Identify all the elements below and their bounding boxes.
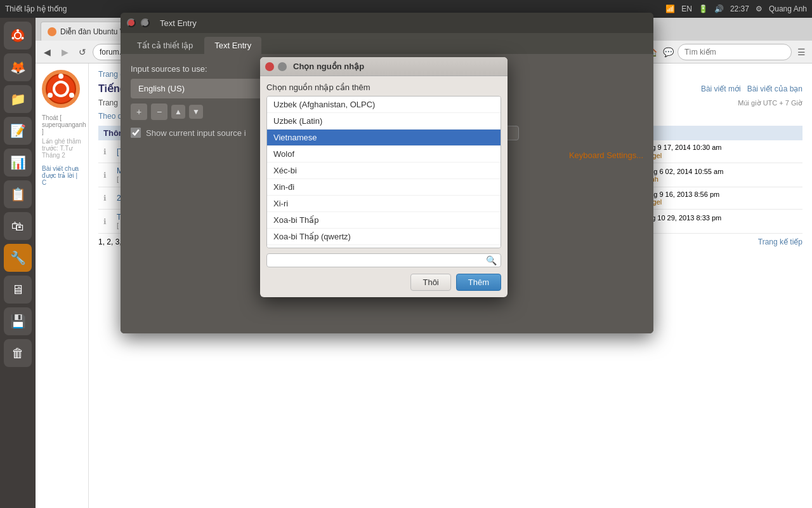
svg-point-4	[12, 37, 15, 39]
list-item[interactable]: Xoa-bi Thấp (qwertz)	[267, 229, 501, 245]
post-icon: ℹ	[103, 171, 107, 180]
post-icon: ℹ	[103, 194, 107, 203]
sidebar-item-calc[interactable]: 📊	[4, 149, 32, 177]
list-item[interactable]: Uzbek (Latin)	[267, 113, 501, 130]
cancel-button[interactable]: Thôi	[410, 274, 450, 291]
wifi-icon: 📶	[665, 4, 675, 13]
list-item[interactable]: Xi-ri	[267, 196, 501, 212]
svg-point-8	[69, 93, 74, 98]
list-item[interactable]: Xoa-bi Thấp	[267, 212, 501, 229]
chat-icon[interactable]: 💬	[661, 45, 675, 59]
sidebar-item-firefox[interactable]: 🦊	[4, 53, 32, 81]
remove-source-button[interactable]: −	[151, 104, 167, 120]
time-display: 22:37	[730, 4, 749, 13]
svg-point-9	[48, 93, 53, 98]
keyboard-settings-link[interactable]: Keyboard Settings...	[569, 150, 643, 160]
sidebar-item-settings[interactable]: 🔧	[4, 244, 32, 272]
sidebar-item-disk[interactable]: 💾	[4, 307, 32, 335]
list-item[interactable]: Ya-khú-th	[267, 245, 501, 248]
user-display: Quang Anh	[769, 4, 807, 13]
choose-dialog-body: Chọn nguồn nhập cần thêm Uzbek (Afghanis…	[260, 76, 508, 297]
new-post-btn[interactable]: Bài viết mới	[701, 84, 741, 93]
forum-logo	[42, 70, 80, 108]
move-down-button[interactable]: ▼	[189, 105, 203, 119]
tab-all-settings[interactable]: Tất cả thiết lập	[127, 37, 203, 54]
tab-text-entry[interactable]: Text Entry	[204, 37, 261, 54]
svg-point-2	[16, 29, 19, 32]
sys-dialog-titlebar: Text Entry	[121, 13, 653, 33]
taskbar-title: Thiết lập hệ thống	[5, 4, 67, 13]
move-up-button[interactable]: ▲	[171, 105, 185, 119]
list-item[interactable]: Xin-đi	[267, 179, 501, 196]
settings-icon[interactable]: ⚙	[756, 4, 763, 13]
list-item[interactable]: Xéc-bi	[267, 163, 501, 179]
forum-sidebar: Thoát [ superquanganh ] Lần ghé thăm trư…	[36, 64, 89, 508]
svg-point-3	[22, 37, 24, 39]
sidebar-item-text[interactable]: 📝	[4, 117, 32, 145]
search-icon: 🔍	[486, 255, 497, 265]
choose-min-button[interactable]	[278, 62, 287, 71]
sys-dialog-title: Text Entry	[160, 18, 197, 28]
keyboard-icon: EN	[681, 4, 692, 13]
choose-footer: Thôi Thêm	[266, 274, 501, 291]
search-bar[interactable]	[678, 44, 792, 60]
sidebar-item-terminal[interactable]: 🖥	[4, 276, 32, 304]
reload-button[interactable]: ↺	[75, 44, 90, 60]
sys-close-button[interactable]	[127, 18, 136, 27]
sidebar-item-ubuntu[interactable]	[4, 22, 32, 50]
battery-icon: 🔋	[698, 4, 708, 13]
list-item[interactable]: Uzbek (Afghanistan, OLPC)	[267, 97, 501, 113]
choose-dialog-title: Chọn nguồn nhập	[293, 62, 364, 71]
search-row: 🔍	[266, 253, 501, 267]
sidebar-item-impress[interactable]: 📋	[4, 180, 32, 208]
volume-icon: 🔊	[714, 4, 724, 13]
choose-close-button[interactable]	[265, 62, 274, 71]
post-icon: ℹ	[103, 147, 107, 156]
forward-button[interactable]: ▶	[57, 44, 72, 60]
choose-subtitle: Chọn nguồn nhập cần thêm	[266, 83, 501, 92]
sys-dialog-tabs-bar: Tất cả thiết lập Text Entry	[121, 33, 653, 54]
list-item[interactable]: Vietnamese	[267, 130, 501, 146]
sidebar: 🦊 📁 📝 📊 📋 🛍 🔧 🖥 💾 🗑	[0, 18, 36, 508]
tab-1-favicon	[48, 27, 56, 36]
menu-icon[interactable]: ☰	[794, 45, 808, 59]
choose-search-input[interactable]	[271, 256, 486, 265]
taskbar-right: 📶 EN 🔋 🔊 22:37 ⚙ Quang Anh	[665, 4, 807, 13]
logout-link[interactable]: Thoát [ superquanganh ]	[42, 114, 82, 135]
sidebar-action-1[interactable]: Bài viết chưa được trả lời | C	[42, 165, 82, 186]
user-stats: Lần ghé thăm trước: T.Tư Tháng 2	[42, 138, 82, 159]
choose-input-dialog: Chọn nguồn nhập Chọn nguồn nhập cần thêm…	[260, 57, 508, 297]
sidebar-item-trash[interactable]: 🗑	[4, 339, 32, 367]
sidebar-item-files[interactable]: 📁	[4, 85, 32, 113]
list-item[interactable]: Wolof	[267, 146, 501, 163]
add-source-button[interactable]: +	[131, 104, 147, 120]
sys-min-button[interactable]	[141, 18, 150, 27]
my-posts-btn[interactable]: Bài viết của bạn	[747, 84, 802, 93]
post-icon: ℹ	[103, 217, 107, 226]
sidebar-item-software[interactable]: 🛍	[4, 212, 32, 240]
back-button[interactable]: ◀	[39, 44, 55, 60]
choose-list[interactable]: Uzbek (Afghanistan, OLPC)Uzbek (Latin)Vi…	[266, 96, 501, 248]
next-page[interactable]: Trang kế tiếp	[758, 237, 802, 246]
svg-point-7	[58, 74, 63, 79]
add-button[interactable]: Thêm	[456, 274, 501, 291]
show-input-checkbox[interactable]	[131, 128, 141, 138]
show-input-label: Show current input source i	[146, 128, 246, 138]
timezone: Múi giờ UTC + 7 Giờ	[738, 99, 802, 107]
choose-dialog-titlebar: Chọn nguồn nhập	[260, 57, 508, 76]
